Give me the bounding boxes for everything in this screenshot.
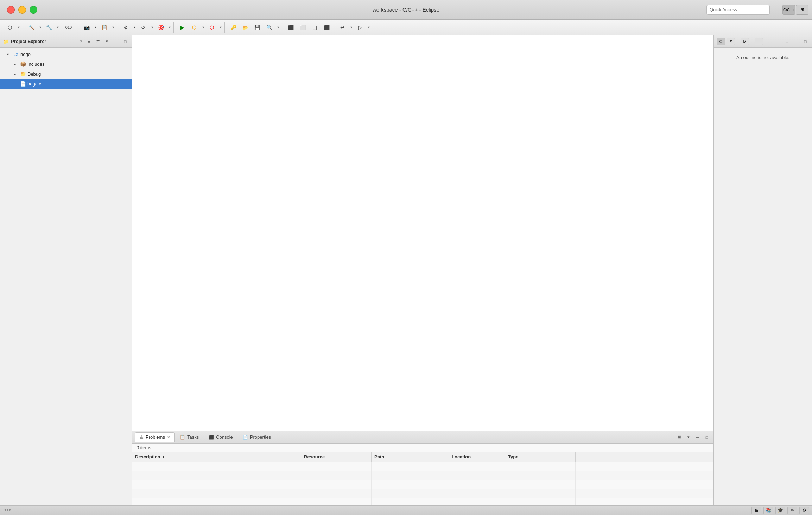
bottom-tabs-bar: ⚠ Problems ✕ 📋 Tasks ⬛ Console 📄 Pro bbox=[132, 431, 713, 444]
status-icon-5[interactable]: ⚙ bbox=[799, 507, 809, 514]
status-dots[interactable]: ••• bbox=[3, 507, 12, 514]
perspective-cpp-button[interactable]: C/C++ bbox=[782, 5, 795, 15]
outline-btn-o[interactable]: O bbox=[717, 38, 725, 45]
description-header-label: Description bbox=[135, 454, 160, 459]
open-button[interactable]: 📂 bbox=[240, 22, 251, 33]
editor-main[interactable] bbox=[132, 35, 713, 431]
nav-2[interactable]: ⬜ bbox=[297, 22, 308, 33]
status-icon-1[interactable]: 🖥 bbox=[751, 507, 761, 514]
run-ext-button[interactable]: ⬡ bbox=[189, 22, 200, 33]
maximize-panel-button[interactable]: □ bbox=[121, 38, 129, 45]
quick-access-input[interactable] bbox=[706, 5, 770, 15]
clipboard-button[interactable]: 📋 bbox=[99, 22, 110, 33]
build-button[interactable]: 🔨 bbox=[26, 22, 37, 33]
bottom-minimize-button[interactable]: ─ bbox=[694, 434, 702, 440]
resource-header-label: Resource bbox=[304, 454, 325, 459]
config-dropdown[interactable]: ▾ bbox=[132, 22, 137, 33]
tree-item-includes[interactable]: 📦 Includes bbox=[0, 59, 132, 69]
run-config-dropdown[interactable]: ▾ bbox=[150, 22, 154, 33]
view-menu-button[interactable]: ▾ bbox=[103, 38, 111, 45]
outline-btn-close[interactable]: ✕ bbox=[727, 38, 735, 45]
nav-3[interactable]: ◫ bbox=[309, 22, 320, 33]
tasks-tab-label: Tasks bbox=[187, 434, 199, 440]
tab-properties[interactable]: 📄 Properties bbox=[238, 432, 275, 442]
cell-location-3 bbox=[449, 489, 505, 498]
debug-button[interactable]: ⬡ bbox=[206, 22, 217, 33]
new-dropdown[interactable]: ▾ bbox=[16, 22, 21, 33]
forward-button[interactable]: ▷ bbox=[354, 22, 366, 33]
status-icon-3[interactable]: 🎓 bbox=[775, 507, 785, 514]
outline-btn-t[interactable]: T bbox=[755, 38, 763, 45]
tree-arrow-debug bbox=[14, 72, 18, 76]
outline-minimize-button[interactable]: ─ bbox=[792, 38, 800, 45]
config-button[interactable]: ⚙ bbox=[120, 22, 131, 33]
cell-resource-3 bbox=[301, 489, 372, 498]
col-header-location[interactable]: Location bbox=[449, 452, 505, 462]
properties-tab-label: Properties bbox=[250, 434, 271, 440]
project-folder-icon: 🗂 bbox=[13, 51, 19, 57]
link-editor-button[interactable]: ⇄ bbox=[94, 38, 102, 45]
nav-4[interactable]: ⬛ bbox=[321, 22, 332, 33]
toolbar-group-run: ▶ ⬡ ▾ ⬡ ▾ bbox=[175, 22, 225, 33]
tab-console[interactable]: ⬛ Console bbox=[204, 432, 237, 442]
tree-item-debug[interactable]: 📁 Debug bbox=[0, 69, 132, 79]
search-button[interactable]: 🔑 bbox=[228, 22, 239, 33]
outline-btn-m[interactable]: M bbox=[741, 38, 749, 45]
tools-button[interactable]: 🔧 bbox=[43, 22, 55, 33]
bottom-maximize-button[interactable]: □ bbox=[703, 434, 711, 440]
find-dropdown[interactable]: ▾ bbox=[275, 22, 280, 33]
maximize-button[interactable] bbox=[30, 6, 37, 14]
outline-maximize-button[interactable]: □ bbox=[801, 38, 809, 45]
outline-sort-button[interactable]: ↓ bbox=[783, 38, 791, 45]
problems-tab-close-icon: ✕ bbox=[167, 435, 170, 439]
run-config-button[interactable]: ↺ bbox=[138, 22, 149, 33]
status-icon-4[interactable]: ✏ bbox=[787, 507, 797, 514]
new-button[interactable]: ⬡ bbox=[4, 22, 15, 33]
title-bar: workspace - C/C++ - Eclipse C/C++ ⊞ bbox=[0, 0, 812, 20]
tab-problems[interactable]: ⚠ Problems ✕ bbox=[135, 432, 175, 442]
collapse-all-button[interactable]: ⊞ bbox=[85, 38, 93, 45]
col-header-path[interactable]: Path bbox=[372, 452, 449, 462]
back-dropdown[interactable]: ▾ bbox=[349, 22, 354, 33]
tab-tasks[interactable]: 📋 Tasks bbox=[175, 432, 203, 442]
console-tab-label: Console bbox=[216, 434, 233, 440]
debug-dropdown[interactable]: ▾ bbox=[218, 22, 223, 33]
clipboard-dropdown[interactable]: ▾ bbox=[110, 22, 115, 33]
cell-description-0 bbox=[132, 462, 301, 471]
table-row bbox=[132, 489, 713, 498]
cell-description-3 bbox=[132, 489, 301, 498]
bottom-filter-button[interactable]: ⊞ bbox=[675, 434, 683, 440]
back-button[interactable]: ↩ bbox=[337, 22, 348, 33]
col-header-type[interactable]: Type bbox=[505, 452, 576, 462]
problems-table-header: Description ▲ Resource Path Location bbox=[132, 452, 713, 462]
status-icon-2[interactable]: 📚 bbox=[763, 507, 773, 514]
col-header-description[interactable]: Description ▲ bbox=[132, 452, 301, 462]
perspective-other-button[interactable]: ⊞ bbox=[796, 5, 808, 15]
run-button[interactable]: ▶ bbox=[177, 22, 188, 33]
toolbar-group-history: ↩ ▾ ▷ ▾ bbox=[335, 22, 373, 33]
tree-item-hoge-c[interactable]: 📄 hoge.c bbox=[0, 79, 132, 89]
bottom-view-menu-button[interactable]: ▾ bbox=[685, 434, 692, 440]
capture-dropdown[interactable]: ▾ bbox=[93, 22, 98, 33]
cell-path-2 bbox=[372, 480, 449, 489]
run-ext-dropdown[interactable]: ▾ bbox=[201, 22, 205, 33]
find-button[interactable]: 🔍 bbox=[264, 22, 275, 33]
binary-button[interactable]: 010 bbox=[61, 22, 76, 33]
minimize-button[interactable] bbox=[18, 6, 26, 14]
project-explorer-close-icon[interactable]: ✕ bbox=[80, 39, 83, 44]
save-button[interactable]: 💾 bbox=[252, 22, 263, 33]
cell-location-2 bbox=[449, 480, 505, 489]
bottom-right-icons: 🖥 📚 🎓 ✏ ⚙ bbox=[751, 507, 809, 514]
tree-item-hoge[interactable]: 🗂 hoge bbox=[0, 49, 132, 59]
close-button[interactable] bbox=[7, 6, 15, 14]
minimize-panel-button[interactable]: ─ bbox=[112, 38, 120, 45]
target-button[interactable]: 🎯 bbox=[155, 22, 166, 33]
forward-dropdown[interactable]: ▾ bbox=[366, 22, 371, 33]
project-explorer-icon: 📁 bbox=[3, 39, 9, 44]
nav-1[interactable]: ⬛ bbox=[285, 22, 296, 33]
tools-dropdown[interactable]: ▾ bbox=[55, 22, 60, 33]
capture-button[interactable]: 📷 bbox=[81, 22, 92, 33]
build-dropdown[interactable]: ▾ bbox=[38, 22, 43, 33]
target-dropdown[interactable]: ▾ bbox=[167, 22, 172, 33]
col-header-resource[interactable]: Resource bbox=[301, 452, 372, 462]
